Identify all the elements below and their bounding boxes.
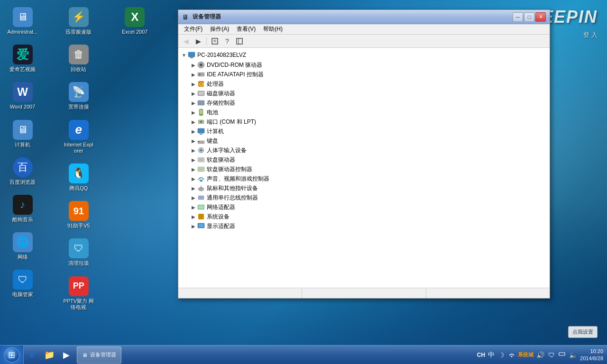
icon-5 [197, 109, 205, 116]
svg-point-20 [200, 121, 202, 123]
expand-15[interactable]: ▶ [190, 203, 197, 211]
cleanmaster-icon: 🛡 [69, 238, 89, 258]
back-button[interactable]: ◀ [180, 36, 192, 46]
tree-item-15[interactable]: ▶ 网络适配器 [180, 202, 548, 212]
desktop-icon-pcmgr[interactable]: 🛡 电脑管家 [5, 267, 40, 300]
expand-2[interactable]: ▶ [190, 80, 197, 88]
desktop-icon-pptv[interactable]: PP PPTV聚力 网络电视 [61, 274, 96, 313]
menu-help[interactable]: 帮助(H) [259, 24, 286, 34]
expand-8[interactable]: ▶ [190, 137, 197, 145]
pptv-label: PPTV聚力 网络电视 [63, 298, 94, 310]
tree-item-3[interactable]: ▶ 磁盘驱动器 [180, 89, 548, 98]
tree-item-9[interactable]: ▶ 人体字输入设备 [180, 146, 548, 155]
system-clock[interactable]: 10:20 2014/8/28 [580, 348, 603, 362]
tree-item-11[interactable]: ▶ 软盘驱动器控制器 [180, 164, 548, 174]
maximize-button[interactable]: □ [524, 12, 534, 22]
expand-9[interactable]: ▶ [190, 146, 197, 154]
tree-item-7[interactable]: ▶ 计算机 [180, 127, 548, 136]
expand-13[interactable]: ▶ [190, 184, 197, 192]
menu-file[interactable]: 文件(F) [180, 24, 206, 34]
desktop-icon-thunder[interactable]: ⚡ 迅雷极速版 [61, 5, 96, 37]
expand-14[interactable]: ▶ [190, 194, 197, 201]
settings-button[interactable]: 点我设置 [568, 326, 598, 338]
svg-rect-33 [198, 196, 204, 200]
expand-6[interactable]: ▶ [190, 118, 197, 126]
tree-item-1[interactable]: ▶ IDE ATA/ATAPI 控制器 [180, 70, 548, 79]
expand-11[interactable]: ▶ [190, 165, 197, 173]
desktop-icon-computer[interactable]: 🖥 计算机 [5, 118, 40, 150]
tray-moon-icon[interactable]: ☽ [497, 350, 506, 360]
tree-item-10[interactable]: ▶ 软盘驱动器 [180, 155, 548, 164]
desktop-icon-network[interactable]: 🌐 网络 [5, 230, 40, 263]
desktop-icon-cleanmaster[interactable]: 🛡 清理垃圾 [61, 236, 96, 269]
taskbar-media-icon[interactable]: ▶ [59, 347, 74, 363]
desktop-icon-baidu[interactable]: 百 百度浏览器 [5, 155, 40, 188]
tree-item-8[interactable]: ▶ 键盘 [180, 136, 548, 146]
desktop-icon-v91[interactable]: 91 91助手V5 [61, 199, 96, 231]
forward-button[interactable]: ▶ [193, 36, 204, 46]
expand-16[interactable]: ▶ [190, 213, 197, 220]
expand-5[interactable]: ▶ [190, 109, 197, 116]
desktop-icon-iqiyi[interactable]: 爱 爱奇艺视频 [5, 42, 40, 75]
expand-10[interactable]: ▶ [190, 156, 197, 164]
tree-item-0[interactable]: ▶ DVD/CD-ROM 驱动器 [180, 60, 548, 70]
tree-root-computer[interactable]: ▼ PC-20140823ELVZ [180, 50, 548, 60]
desktop-icon-excel2007[interactable]: X Excel 2007 [117, 5, 153, 37]
tree-item-4[interactable]: ▶ 存储控制器 [180, 98, 548, 108]
window-titlebar[interactable]: 🖥 设备管理器 ─ □ ✕ [178, 10, 550, 24]
root-expand-icon[interactable]: ▼ [180, 51, 188, 59]
expand-1[interactable]: ▶ [190, 71, 197, 78]
pcmgr-label: 电脑管家 [12, 291, 33, 298]
tree-item-16[interactable]: ▶ 系统设备 [180, 212, 548, 221]
tray-network-icon[interactable] [507, 350, 516, 360]
desktop-icon-word2007[interactable]: W Word 2007 [5, 80, 40, 112]
tree-item-2[interactable]: ▶ CPU 处理器 [180, 79, 548, 89]
tree-item-14[interactable]: ▶ 通用串行总线控制器 [180, 193, 548, 202]
label-10: 软盘驱动器 [207, 156, 235, 164]
desktop-icon-broadband[interactable]: 📡 宽带连接 [61, 80, 96, 112]
tray-volume-icon[interactable]: 🔈 [568, 350, 578, 360]
desktop-icon-kudog[interactable]: ♪ 酷狗音乐 [5, 192, 40, 225]
expand-17[interactable]: ▶ [190, 222, 197, 230]
close-button[interactable]: ✕ [535, 12, 546, 22]
tray-security-icon[interactable]: 🛡 [547, 350, 556, 360]
svg-rect-40 [559, 353, 565, 355]
label-3: 磁盘驱动器 [207, 90, 235, 98]
network-label: 网络 [18, 254, 28, 260]
taskbar-ie-icon[interactable]: e [25, 347, 40, 363]
expand-7[interactable]: ▶ [190, 127, 197, 135]
device-tree[interactable]: ▼ PC-20140823ELVZ ▶ DVD/CD-ROM 驱动器 ▶ [178, 48, 550, 288]
desktop-icon-administrator[interactable]: 🖥 Administrat... [5, 5, 40, 37]
expand-4[interactable]: ▶ [190, 99, 197, 107]
taskbar-folder-icon[interactable]: 📁 [42, 347, 57, 363]
properties-button[interactable] [209, 36, 221, 46]
icon-2: CPU [197, 80, 205, 88]
toolbar-separator-1 [206, 37, 207, 46]
tray-speaker-icon[interactable]: 🔊 [535, 350, 545, 360]
tree-item-17[interactable]: ▶ 显示适配器 [180, 221, 548, 231]
tree-item-12[interactable]: ▶ 声音、视频和游戏控制器 [180, 174, 548, 183]
svg-rect-28 [199, 158, 203, 161]
expand-12[interactable]: ▶ [190, 175, 197, 182]
desktop-icon-ie[interactable]: e Internet Explorer [61, 118, 96, 156]
lang-indicator[interactable]: CH [477, 352, 485, 358]
ie-label: Internet Explorer [63, 142, 94, 154]
expand-0[interactable]: ▶ [190, 61, 197, 69]
taskbar-active-window[interactable]: 🖥 设备管理器 [77, 346, 121, 364]
help-button[interactable]: ? [221, 36, 233, 46]
expand-3[interactable]: ▶ [190, 90, 197, 97]
menu-action[interactable]: 操作(A) [206, 24, 233, 34]
tray-network2-icon[interactable] [558, 350, 566, 360]
icon-4 [197, 99, 205, 107]
minimize-button[interactable]: ─ [513, 12, 523, 22]
menu-view[interactable]: 查看(V) [233, 24, 259, 34]
tree-item-13[interactable]: ▶ 鼠标和其他指针设备 [180, 183, 548, 193]
computer-label: 计算机 [15, 142, 30, 148]
start-button[interactable]: ⊞ [0, 346, 24, 364]
desktop-icon-qq[interactable]: 🐧 腾讯QQ [61, 161, 96, 194]
ime-icon[interactable]: 中 [487, 350, 496, 360]
desktop-icon-recycle[interactable]: 🗑 回收站 [61, 42, 96, 75]
tree-item-6[interactable]: ▶ 端口 (COM 和 LPT) [180, 117, 548, 127]
tree-item-5[interactable]: ▶ 电池 [180, 108, 548, 117]
refresh-button[interactable] [234, 36, 245, 46]
